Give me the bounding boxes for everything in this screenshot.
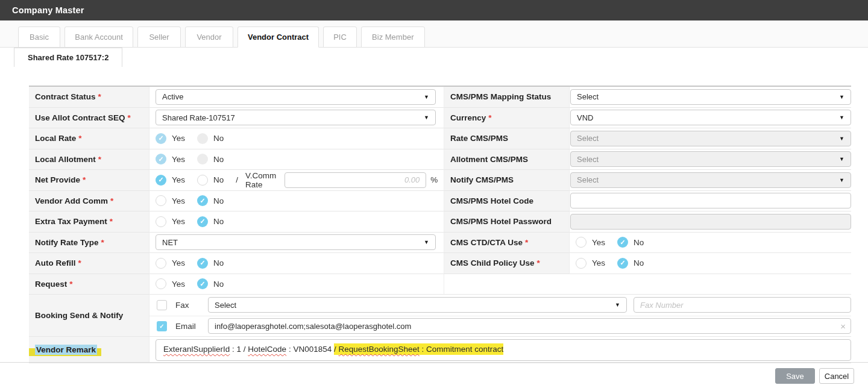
cms-child-policy-use-no-radio[interactable]: ✓ <box>617 258 628 269</box>
notify-cms-pms-label: Notify CMS/PMS <box>444 170 570 191</box>
tab-biz-member[interactable]: Biz Member <box>361 27 425 48</box>
fax-select[interactable]: Select▼ <box>208 297 627 313</box>
cms-child-policy-use-label: CMS Child Policy Use* <box>444 253 570 274</box>
form-row: Extra Tax Payment* Yes ✓No CMS/PMS Hotel… <box>29 211 851 233</box>
separator: / <box>236 175 238 184</box>
local-rate-no-radio[interactable] <box>197 133 208 144</box>
chevron-down-icon: ▼ <box>424 94 429 100</box>
required-mark: * <box>488 113 491 122</box>
subtab-row: Shared Rate 107517:2 <box>0 48 868 67</box>
request-yes-radio[interactable] <box>156 278 166 289</box>
form-row: Vendor Add Comm* Yes ✓No CMS/PMS Hotel C… <box>29 191 851 212</box>
allotment-cms-pms-select: Select▼ <box>570 151 851 167</box>
required-mark: * <box>69 280 72 289</box>
extra-tax-payment-no-radio[interactable]: ✓ <box>197 216 208 227</box>
chevron-down-icon: ▼ <box>839 156 844 162</box>
chevron-down-icon: ▼ <box>615 302 620 308</box>
tab-pic[interactable]: PIC <box>323 27 357 48</box>
currency-select[interactable]: VND▼ <box>570 110 851 125</box>
cms-ctd-cta-use-label: CMS CTD/CTA Use* <box>444 233 570 254</box>
fax-label: Fax <box>175 301 208 310</box>
chevron-down-icon: ▼ <box>839 136 844 142</box>
form-row: Net Provide* ✓Yes No / V.Comm Rate % Not… <box>29 170 851 191</box>
currency-label: Currency* <box>444 108 570 129</box>
save-button[interactable]: Save <box>775 368 815 384</box>
form-row: Notify Rate Type* NET▼ CMS CTD/CTA Use* … <box>29 233 851 254</box>
tab-vendor-contract[interactable]: Vendor Contract <box>237 27 319 48</box>
required-mark: * <box>98 155 101 164</box>
email-label: Email <box>175 322 208 331</box>
required-mark: * <box>110 217 113 226</box>
cms-ctd-cta-use-no-radio[interactable]: ✓ <box>617 237 628 248</box>
cms-pms-mapping-status-label: CMS/PMS Mapping Status <box>444 87 570 108</box>
tab-bank-account[interactable]: Bank Account <box>64 27 133 48</box>
cms-pms-hotel-password-label: CMS/PMS Hotel Password <box>444 211 570 233</box>
footer-divider <box>0 362 868 363</box>
footer-buttons: Save Cancel <box>775 368 854 384</box>
required-mark: * <box>78 134 81 143</box>
vendor-add-comm-no-radio[interactable]: ✓ <box>197 195 208 206</box>
required-mark: * <box>128 113 131 122</box>
notify-rate-type-label: Notify Rate Type* <box>29 233 149 254</box>
required-mark: * <box>78 258 81 268</box>
form-row: Request* Yes ✓No <box>29 274 851 295</box>
chevron-down-icon: ▼ <box>839 177 844 183</box>
vendor-add-comm-yes-radio[interactable] <box>156 195 166 206</box>
local-allotment-no-radio[interactable] <box>197 154 208 164</box>
local-allotment-yes-radio[interactable]: ✓ <box>156 154 166 164</box>
allotment-cms-pms-label: Allotment CMS/PMS <box>444 149 570 171</box>
rate-cms-pms-label: Rate CMS/PMS <box>444 128 570 149</box>
email-subrow: ✓ Email × <box>149 316 851 337</box>
vendor-remark-textarea[interactable]: ExteranlSupplierId : 1 / HotelCode : VN0… <box>156 339 851 361</box>
required-mark: * <box>525 238 528 247</box>
email-checkbox[interactable]: ✓ <box>157 321 167 331</box>
net-provide-yes-radio[interactable]: ✓ <box>156 175 166 186</box>
cms-ctd-cta-use-yes-radio[interactable] <box>576 237 587 248</box>
local-rate-label: Local Rate* <box>29 128 149 149</box>
rate-cms-pms-select: Select▼ <box>570 131 851 146</box>
auto-refill-label: Auto Refill* <box>29 253 149 274</box>
request-no-radio[interactable]: ✓ <box>197 278 208 289</box>
chevron-down-icon: ▼ <box>839 94 844 100</box>
auto-refill-yes-radio[interactable] <box>156 258 166 269</box>
vcomm-rate-label: V.Comm Rate <box>245 171 276 189</box>
vendor-remark-label: Vendor Remark <box>29 337 149 363</box>
cancel-button[interactable]: Cancel <box>819 368 854 384</box>
fax-number-input[interactable] <box>634 297 851 313</box>
notify-rate-type-select[interactable]: NET▼ <box>156 234 436 250</box>
use-allot-contract-seq-label: Use Allot Contract SEQ* <box>29 108 149 129</box>
local-rate-yes-radio[interactable]: ✓ <box>156 133 166 144</box>
form-row: Vendor Remark ExteranlSupplierId : 1 / H… <box>29 337 851 363</box>
form-row: Contract Status* Active▼ CMS/PMS Mapping… <box>29 87 851 108</box>
fax-subrow: Fax Select▼ <box>149 295 851 316</box>
tab-basic[interactable]: Basic <box>18 27 60 48</box>
tab-vendor[interactable]: Vendor <box>185 27 233 48</box>
clear-icon[interactable]: × <box>840 322 846 331</box>
cms-pms-mapping-status-select[interactable]: Select▼ <box>570 89 851 105</box>
fax-checkbox[interactable] <box>157 300 167 310</box>
net-provide-no-radio[interactable] <box>197 175 208 186</box>
title-bar: Company Master <box>0 0 868 20</box>
request-label: Request* <box>29 274 149 295</box>
required-mark: * <box>83 175 86 184</box>
form-row: Booking Send & Notify Fax Select▼ ✓ Emai… <box>29 295 851 337</box>
extra-tax-payment-yes-radio[interactable] <box>156 216 166 227</box>
email-input[interactable] <box>208 318 851 334</box>
extra-tax-payment-label: Extra Tax Payment* <box>29 211 149 233</box>
auto-refill-no-radio[interactable]: ✓ <box>197 258 208 269</box>
contract-status-select[interactable]: Active▼ <box>156 89 436 105</box>
cms-child-policy-use-yes-radio[interactable] <box>576 258 587 269</box>
form-row: Local Rate* ✓Yes No Rate CMS/PMS Select▼ <box>29 128 851 149</box>
local-allotment-label: Local Allotment* <box>29 149 149 171</box>
booking-send-notify-label: Booking Send & Notify <box>29 295 149 337</box>
cms-pms-hotel-password-input <box>570 214 851 230</box>
use-allot-contract-seq-select[interactable]: Shared Rate-107517▼ <box>156 110 436 125</box>
required-mark: * <box>101 238 104 247</box>
tab-seller[interactable]: Seller <box>137 27 181 48</box>
vcomm-rate-input[interactable] <box>285 172 426 188</box>
percent-suffix: % <box>430 175 438 184</box>
tab-bar: Basic Bank Account Seller Vendor Vendor … <box>0 20 868 48</box>
notify-cms-pms-select: Select▼ <box>570 172 851 188</box>
cms-pms-hotel-code-input[interactable] <box>570 193 851 208</box>
subtab-shared-rate[interactable]: Shared Rate 107517:2 <box>14 48 122 67</box>
